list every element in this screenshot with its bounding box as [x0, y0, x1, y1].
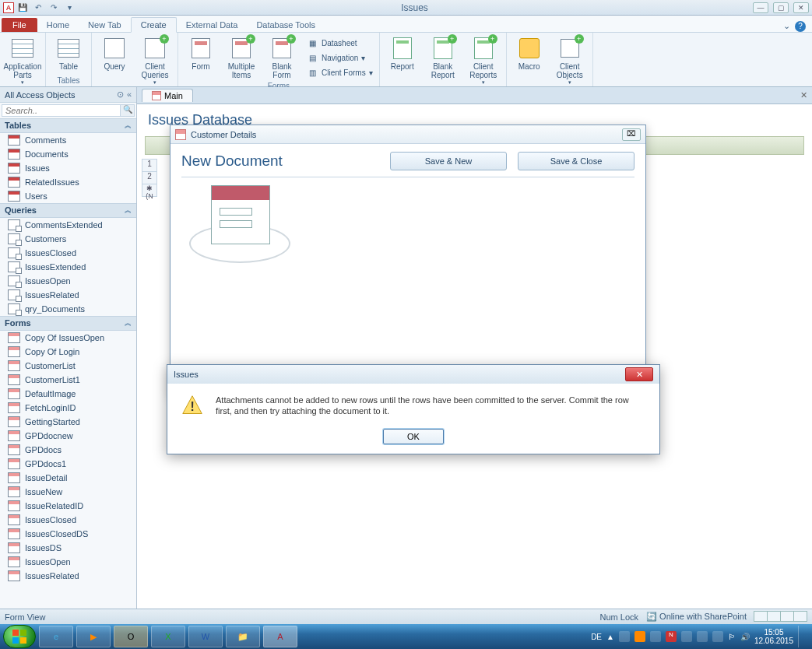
- row-selector[interactable]: 2: [142, 171, 157, 184]
- nav-item[interactable]: Copy Of Login: [0, 345, 136, 359]
- undo-icon[interactable]: ↶: [31, 2, 45, 14]
- navigation-button[interactable]: ▤Navigation ▾: [303, 51, 376, 65]
- multiple-items-button[interactable]: + MultipleItems: [222, 34, 261, 81]
- tray-icon[interactable]: [650, 631, 661, 642]
- maximize-button[interactable]: ▢: [773, 2, 789, 13]
- client-forms-button[interactable]: ▥Client Forms ▾: [303, 65, 376, 79]
- taskbar-access-icon[interactable]: A: [263, 626, 297, 647]
- tab-close-icon[interactable]: ✕: [800, 90, 807, 100]
- nav-item[interactable]: FetchLoginID: [0, 401, 136, 415]
- nav-item[interactable]: CommentsExtended: [0, 218, 136, 232]
- nav-item[interactable]: IssuesClosedDS: [0, 527, 136, 541]
- tab-newtab[interactable]: New Tab: [79, 18, 131, 32]
- application-parts-button[interactable]: ApplicationParts ▾: [3, 34, 42, 87]
- nav-item[interactable]: Copy Of IssuesOpen: [0, 331, 136, 345]
- report-button[interactable]: Report: [383, 34, 422, 72]
- client-queries-button[interactable]: + ClientQueries ▾: [135, 34, 174, 87]
- tab-create[interactable]: Create: [131, 17, 177, 33]
- tab-database-tools[interactable]: Database Tools: [247, 18, 325, 32]
- tray-lang[interactable]: DE: [591, 633, 602, 641]
- start-button[interactable]: [3, 625, 36, 648]
- taskbar-explorer-icon[interactable]: 📁: [226, 626, 260, 647]
- nav-category-forms[interactable]: Forms︽: [0, 316, 136, 331]
- taskbar-media-icon[interactable]: ▶: [76, 626, 111, 647]
- taskbar-excel-icon[interactable]: X: [151, 626, 185, 647]
- nav-item[interactable]: IssueDetail: [0, 471, 136, 485]
- tray-icon[interactable]: [697, 631, 708, 642]
- nav-item[interactable]: IssuesRelated: [0, 288, 136, 302]
- nav-item[interactable]: IssuesDS: [0, 541, 136, 555]
- nav-header[interactable]: All Access Objects ⊙ «: [0, 87, 136, 103]
- show-desktop-button[interactable]: [798, 626, 804, 647]
- query-button[interactable]: Query: [95, 34, 134, 72]
- document-placeholder-icon[interactable]: [189, 185, 290, 263]
- nav-item[interactable]: GPDdocs1: [0, 457, 136, 471]
- nav-item[interactable]: IssuesOpen: [0, 274, 136, 288]
- close-button[interactable]: ✕: [793, 2, 809, 13]
- tab-external-data[interactable]: External Data: [177, 18, 248, 32]
- nav-item[interactable]: RelatedIssues: [0, 175, 136, 189]
- minimize-button[interactable]: —: [753, 2, 768, 13]
- nav-item[interactable]: IssuesOpen: [0, 555, 136, 569]
- nav-item[interactable]: Customers: [0, 232, 136, 246]
- redo-icon[interactable]: ↷: [47, 2, 61, 14]
- tab-home[interactable]: Home: [37, 18, 79, 32]
- customer-details-titlebar[interactable]: Customer Details ⌧: [170, 125, 645, 144]
- nav-item[interactable]: IssueRelatedID: [0, 499, 136, 513]
- tray-icon[interactable]: N: [666, 631, 677, 642]
- tray-clock[interactable]: 15:0512.06.2015: [754, 628, 793, 645]
- nav-item[interactable]: GettingStarted: [0, 415, 136, 429]
- tray-up-icon[interactable]: ▲: [606, 633, 614, 641]
- qat-dropdown-icon[interactable]: ▾: [62, 2, 76, 14]
- tray-flag-icon[interactable]: 🏳: [728, 633, 736, 641]
- form-button[interactable]: Form: [181, 34, 220, 72]
- nav-item[interactable]: Documents: [0, 147, 136, 161]
- nav-item[interactable]: IssuesClosed: [0, 246, 136, 260]
- nav-category-queries[interactable]: Queries︽: [0, 203, 136, 218]
- file-tab[interactable]: File: [2, 18, 37, 32]
- tray-icon[interactable]: [619, 631, 630, 642]
- search-icon[interactable]: 🔍: [120, 105, 134, 116]
- nav-item[interactable]: IssuesExtended: [0, 260, 136, 274]
- taskbar-outlook-icon[interactable]: O: [114, 626, 148, 647]
- nav-item[interactable]: IssueNew: [0, 485, 136, 499]
- nav-item[interactable]: IssuesRelated: [0, 569, 136, 583]
- nav-item[interactable]: GPDdocnew: [0, 429, 136, 443]
- help-icon[interactable]: ?: [795, 21, 806, 32]
- datasheet-button[interactable]: ▦Datasheet: [303, 36, 376, 50]
- tray-icon[interactable]: [634, 631, 645, 642]
- save-close-button[interactable]: Save & Close: [518, 152, 634, 170]
- nav-item[interactable]: CustomerList1: [0, 373, 136, 387]
- tray-icon[interactable]: [681, 631, 692, 642]
- window-close-icon[interactable]: ⌧: [622, 128, 641, 141]
- nav-item[interactable]: IssuesClosed: [0, 513, 136, 527]
- alert-close-icon[interactable]: ✕: [625, 367, 653, 381]
- client-reports-button[interactable]: + ClientReports ▾: [464, 34, 503, 87]
- taskbar-ie-icon[interactable]: e: [39, 626, 73, 647]
- nav-item[interactable]: DefaultImage: [0, 387, 136, 401]
- view-switcher[interactable]: [754, 611, 807, 623]
- tray-icon[interactable]: [712, 631, 723, 642]
- row-selector[interactable]: 1: [142, 159, 157, 172]
- nav-item[interactable]: Users: [0, 189, 136, 203]
- alert-titlebar[interactable]: Issues ✕: [167, 365, 659, 384]
- tray-volume-icon[interactable]: 🔊: [740, 633, 750, 641]
- tab-main[interactable]: Main: [142, 89, 193, 102]
- search-input[interactable]: [2, 105, 120, 116]
- table-button[interactable]: Table: [49, 34, 88, 72]
- client-objects-button[interactable]: + ClientObjects ▾: [550, 34, 589, 87]
- blank-report-button[interactable]: + BlankReport: [424, 34, 462, 81]
- nav-item[interactable]: qry_Documents: [0, 302, 136, 316]
- nav-dropdown-icon[interactable]: ⊙: [117, 89, 124, 100]
- save-icon[interactable]: 💾: [16, 2, 30, 14]
- taskbar-word-icon[interactable]: W: [188, 626, 223, 647]
- nav-collapse-icon[interactable]: «: [127, 89, 132, 100]
- ribbon-minimize-icon[interactable]: ⌄: [783, 21, 790, 32]
- macro-button[interactable]: Macro: [510, 34, 549, 72]
- ok-button[interactable]: OK: [383, 429, 444, 444]
- nav-item[interactable]: Issues: [0, 161, 136, 175]
- nav-item[interactable]: GPDdocs: [0, 443, 136, 457]
- save-new-button[interactable]: Save & New: [390, 152, 507, 170]
- sharepoint-status[interactable]: 🔄 Online with SharePoint: [646, 612, 747, 623]
- blank-form-button[interactable]: + BlankForm: [262, 34, 301, 81]
